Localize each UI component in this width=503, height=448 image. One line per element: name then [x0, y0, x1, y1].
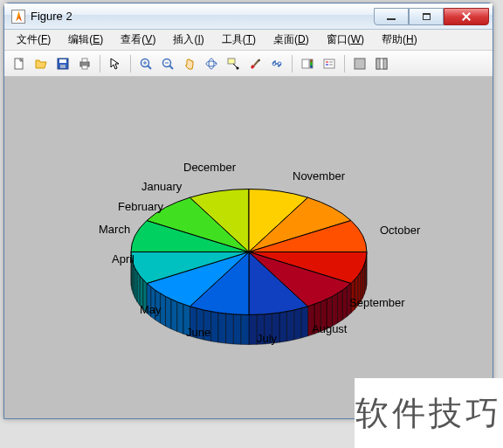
pie-chart — [4, 77, 493, 418]
new-figure-button[interactable] — [10, 54, 29, 73]
zoom-out-icon — [161, 57, 175, 71]
toolbar-separator — [344, 55, 345, 72]
menu-tools-label: 工具 — [222, 33, 243, 45]
svg-rect-5 — [82, 59, 87, 62]
menu-edit[interactable]: 编辑(E) — [59, 30, 112, 50]
save-icon — [56, 57, 70, 71]
menu-desktop-label: 桌面 — [273, 33, 294, 45]
pie-label-apr: April — [112, 252, 134, 265]
svg-rect-23 — [310, 59, 313, 68]
pie-label-feb: February — [118, 200, 163, 213]
folder-open-icon — [34, 57, 48, 71]
minimize-button[interactable] — [374, 8, 409, 25]
print-button[interactable] — [75, 54, 94, 73]
svg-rect-29 — [355, 59, 365, 69]
edit-plot-button[interactable] — [106, 54, 125, 73]
svg-line-19 — [254, 59, 259, 65]
menu-file[interactable]: 文件(F) — [8, 30, 59, 50]
rotate-3d-icon — [204, 57, 218, 71]
svg-rect-32 — [383, 59, 387, 69]
pan-button[interactable] — [180, 54, 199, 73]
menu-insert-label: 插入 — [173, 33, 194, 45]
hide-plot-tools-button[interactable] — [350, 54, 369, 73]
svg-rect-6 — [82, 65, 87, 69]
watermark: 软件技巧 — [355, 378, 503, 448]
pie-label-oct: October — [380, 224, 420, 237]
svg-rect-24 — [324, 59, 334, 68]
data-cursor-icon — [226, 57, 240, 71]
window-controls — [374, 8, 489, 25]
rotate-button[interactable] — [202, 54, 221, 73]
svg-rect-3 — [60, 65, 65, 68]
pan-icon — [183, 57, 196, 71]
insert-legend-button[interactable] — [320, 54, 339, 73]
open-button[interactable] — [31, 54, 51, 73]
menubar: 文件(F) 编辑(E) 查看(V) 插入(I) 工具(T) 桌面(D) 窗口(W… — [4, 30, 493, 51]
insert-colorbar-button[interactable] — [298, 54, 317, 73]
brush-icon — [248, 57, 262, 71]
menu-view-label: 查看 — [121, 33, 141, 45]
pie-label-jul: July — [257, 332, 277, 345]
show-plot-tools-button[interactable] — [372, 54, 391, 73]
menu-window-label: 窗口 — [327, 33, 348, 45]
panel-show-icon — [375, 57, 389, 71]
svg-rect-2 — [59, 59, 66, 63]
svg-line-12 — [169, 65, 173, 69]
pie-label-dec: December — [183, 161, 236, 174]
panel-hide-icon — [353, 57, 367, 71]
pie-label-jan: January — [141, 180, 182, 193]
arrow-icon — [108, 57, 122, 71]
colorbar-icon — [300, 57, 314, 71]
menu-window[interactable]: 窗口(W) — [318, 30, 373, 50]
zoom-in-button[interactable] — [136, 54, 155, 73]
brush-button[interactable] — [245, 54, 265, 73]
pie-label-jun: June — [186, 326, 210, 339]
print-icon — [78, 57, 92, 71]
figure-canvas[interactable]: DecemberJanuaryFebruaryMarchAprilMayJune… — [4, 77, 493, 418]
link-icon — [270, 57, 284, 71]
close-button[interactable] — [444, 8, 489, 25]
data-cursor-button[interactable] — [224, 54, 243, 73]
menu-file-label: 文件 — [17, 33, 38, 45]
zoom-in-icon — [139, 57, 153, 71]
titlebar[interactable]: Figure 2 — [4, 3, 493, 30]
pie-label-nov: November — [293, 169, 345, 183]
link-button[interactable] — [267, 54, 286, 73]
svg-point-15 — [209, 59, 214, 69]
svg-rect-31 — [376, 59, 380, 69]
menu-help-label: 帮助 — [382, 33, 403, 45]
figure-window: Figure 2 文件(F) 编辑(E) 查看(V) 插入(I) 工具(T) 桌… — [3, 3, 493, 419]
new-file-icon — [12, 57, 26, 71]
matlab-icon — [11, 10, 25, 24]
menu-help[interactable]: 帮助(H) — [373, 30, 426, 50]
pie-label-may: May — [140, 303, 162, 316]
toolbar-separator — [130, 55, 131, 72]
legend-icon — [322, 57, 336, 71]
menu-desktop[interactable]: 桌面(D) — [265, 30, 318, 50]
toolbar — [4, 51, 493, 77]
svg-rect-22 — [302, 59, 309, 68]
pie-label-aug: August — [312, 322, 347, 335]
save-button[interactable] — [53, 54, 72, 73]
window-title: Figure 2 — [31, 10, 374, 23]
svg-line-8 — [148, 65, 151, 69]
svg-rect-16 — [228, 59, 235, 64]
toolbar-separator — [100, 55, 100, 72]
menu-tools[interactable]: 工具(T) — [213, 30, 265, 50]
pie-label-sep: September — [349, 296, 405, 309]
zoom-out-button[interactable] — [158, 54, 177, 73]
menu-edit-label: 编辑 — [68, 33, 89, 45]
maximize-button[interactable] — [409, 8, 444, 25]
menu-insert[interactable]: 插入(I) — [164, 30, 212, 50]
svg-point-18 — [237, 66, 239, 69]
pie-label-mar: March — [99, 223, 130, 236]
toolbar-separator — [292, 55, 293, 72]
menu-view[interactable]: 查看(V) — [112, 30, 164, 50]
